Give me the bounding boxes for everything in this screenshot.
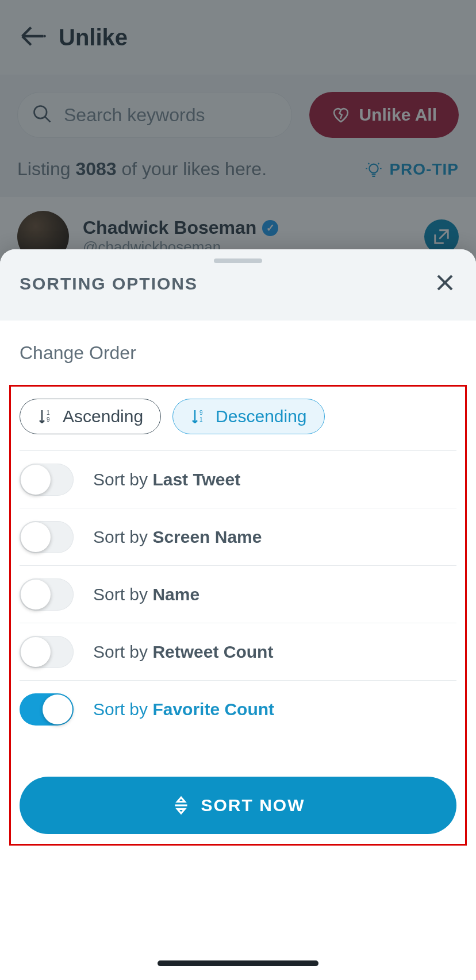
- svg-text:1: 1: [199, 416, 203, 423]
- sort-row-last-tweet: Sort by Last Tweet: [20, 451, 456, 508]
- sheet-title: SORTING OPTIONS: [20, 274, 198, 294]
- svg-text:1: 1: [47, 410, 50, 416]
- toggle-last-tweet[interactable]: [20, 464, 74, 496]
- sheet-grabber[interactable]: [214, 258, 262, 263]
- sorting-options-panel: 1 9 Ascending 9 1 Descending Sort by Las…: [20, 399, 456, 834]
- ascending-chip[interactable]: 1 9 Ascending: [20, 399, 161, 434]
- sort-asc-icon: 1 9: [37, 408, 55, 425]
- sort-row-favorite-count: Sort by Favorite Count: [20, 681, 456, 738]
- sort-criteria-list: Sort by Last Tweet Sort by Screen Name S…: [20, 450, 456, 738]
- sort-icon: [171, 796, 191, 815]
- sort-row-name: Sort by Name: [20, 566, 456, 623]
- toggle-favorite-count[interactable]: [20, 693, 74, 726]
- svg-text:9: 9: [199, 410, 203, 416]
- home-indicator[interactable]: [158, 960, 318, 966]
- descending-label: Descending: [216, 407, 306, 426]
- sort-now-label: SORT NOW: [201, 796, 305, 815]
- descending-chip[interactable]: 9 1 Descending: [172, 399, 324, 434]
- toggle-retweet-count[interactable]: [20, 636, 74, 668]
- sort-desc-icon: 9 1: [190, 408, 208, 425]
- sort-now-button[interactable]: SORT NOW: [20, 777, 456, 834]
- toggle-screen-name[interactable]: [20, 521, 74, 553]
- ascending-label: Ascending: [63, 407, 143, 426]
- change-order-heading: Change Order: [20, 342, 456, 364]
- svg-text:9: 9: [47, 416, 50, 423]
- close-icon[interactable]: [433, 271, 456, 296]
- sort-row-retweet-count: Sort by Retweet Count: [20, 623, 456, 681]
- toggle-name[interactable]: [20, 578, 74, 611]
- sort-row-screen-name: Sort by Screen Name: [20, 508, 456, 566]
